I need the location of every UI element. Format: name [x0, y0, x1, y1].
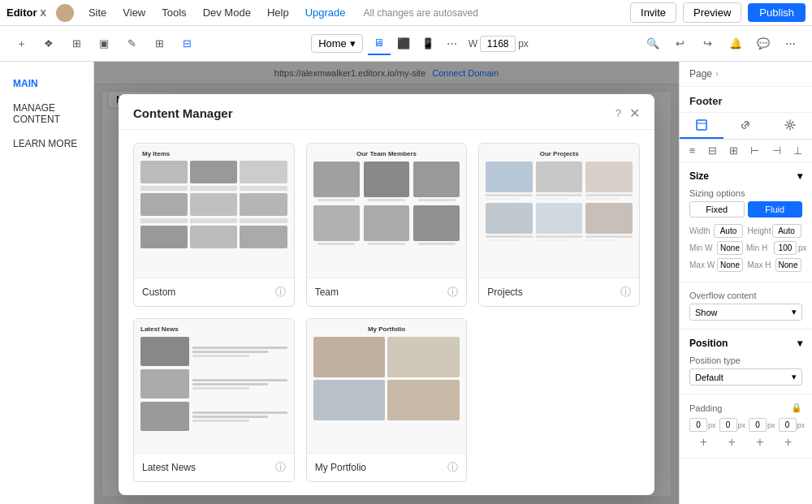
right-panel: Page › Footer	[679, 62, 812, 504]
panel-icon-1[interactable]: ≡	[689, 144, 696, 157]
notifications-icon[interactable]: 🔔	[724, 32, 747, 55]
maxh-input[interactable]	[775, 258, 801, 272]
editor-area: https://alexmwalker1.editorx.io/my-site …	[94, 62, 679, 504]
card-custom-info-icon[interactable]: ⓘ	[275, 285, 286, 299]
modal-close-button[interactable]: ✕	[629, 106, 640, 121]
padding-top-input[interactable]	[689, 418, 707, 432]
tab-link[interactable]	[723, 113, 767, 139]
tablet-btn[interactable]: ⬛	[392, 32, 415, 55]
panel-icon-4[interactable]: ⊢	[750, 144, 759, 157]
modal-grid: My Items	[133, 143, 640, 482]
width-input[interactable]	[480, 36, 516, 52]
publish-button[interactable]: Publish	[748, 3, 806, 22]
height-field: Height	[748, 224, 803, 238]
padding-lock-icon[interactable]: 🔒	[791, 403, 802, 413]
card-projects[interactable]: Our Projects	[478, 143, 640, 307]
card-news[interactable]: Latest News	[133, 318, 295, 482]
more-sizes-btn[interactable]: ⋯	[441, 32, 464, 55]
padding-bottom-input[interactable]	[749, 418, 767, 432]
panel-icons-row: ≡ ⊟ ⊞ ⊢ ⊣ ⊥	[680, 140, 812, 162]
tab-layout[interactable]	[680, 113, 723, 139]
width-field-label: Width	[689, 226, 712, 235]
padding-left-input[interactable]	[779, 418, 797, 432]
components-icon[interactable]: ❖	[37, 32, 60, 55]
card-projects-info-icon[interactable]: ⓘ	[620, 285, 631, 299]
sidebar-item-manage-content[interactable]: MANAGE CONTENT	[0, 96, 93, 131]
padding-add-3[interactable]: +	[756, 435, 763, 450]
height-value-input[interactable]	[772, 224, 801, 238]
panel-icon-2[interactable]: ⊟	[708, 144, 717, 157]
content-manager-modal: Content Manager ? ✕ My Items	[119, 94, 654, 495]
desktop-btn[interactable]: 🖥	[368, 32, 391, 55]
card-portfolio-info-icon[interactable]: ⓘ	[447, 460, 458, 475]
card-portfolio[interactable]: My Portfolio My	[306, 318, 468, 482]
mobile-btn[interactable]: 📱	[417, 32, 439, 55]
padding-add-4[interactable]: +	[784, 435, 792, 450]
card-news-info-icon[interactable]: ⓘ	[275, 460, 286, 475]
panel-icon-6[interactable]: ⊥	[793, 144, 802, 157]
panel-icon-3[interactable]: ⊞	[729, 144, 738, 157]
invite-button[interactable]: Invite	[630, 2, 676, 23]
size-section-header[interactable]: Size ▾	[689, 170, 802, 182]
tool-icons: ＋ ❖ ⊞ ▣ ✎ ⊞ ⊟	[10, 32, 198, 55]
modal-body: My Items	[119, 130, 654, 495]
apps-icon[interactable]: ⊞	[65, 32, 88, 55]
maxw-maxh-row: Max W Max H	[689, 258, 802, 272]
card-news-label: Latest News	[142, 462, 196, 473]
panel-icon-5[interactable]: ⊣	[772, 144, 781, 157]
minw-label: Min W	[689, 243, 715, 252]
modal-help-icon[interactable]: ?	[615, 107, 621, 119]
sidebar-item-main[interactable]: MAIN	[0, 71, 93, 96]
nav-site[interactable]: Site	[80, 0, 114, 26]
width-field: Width	[689, 224, 745, 238]
card-team-info-icon[interactable]: ⓘ	[447, 285, 458, 299]
card-custom-label: Custom	[142, 286, 175, 298]
media-icon[interactable]: ▣	[93, 32, 115, 55]
maxw-input[interactable]	[717, 258, 743, 272]
nav-upgrade[interactable]: Upgrade	[297, 0, 354, 26]
padding-bottom-unit: px	[767, 421, 775, 429]
device-icons: 🖥 ⬛ 📱 ⋯	[368, 32, 464, 55]
search-icon[interactable]: 🔍	[641, 32, 664, 55]
padding-add-2[interactable]: +	[728, 435, 735, 450]
padding-add-1[interactable]: +	[700, 435, 707, 450]
second-toolbar: ＋ ❖ ⊞ ▣ ✎ ⊞ ⊟ Home ▾ 🖥 ⬛ 📱 ⋯ W px 🔍 ↩ ↪ …	[0, 26, 812, 62]
page-selector[interactable]: Home ▾	[311, 34, 363, 53]
card-news-footer: Latest News ⓘ	[134, 453, 294, 481]
nav-view[interactable]: View	[114, 0, 153, 26]
overflow-select[interactable]: Show ▾	[689, 304, 802, 321]
minh-input[interactable]	[774, 241, 797, 255]
undo-icon[interactable]: ↩	[669, 32, 692, 55]
sidebar-item-learn-more[interactable]: LEARN MORE	[0, 131, 93, 156]
position-section-header[interactable]: Position ▾	[689, 338, 802, 349]
fluid-btn[interactable]: Fluid	[748, 201, 803, 218]
fixed-btn[interactable]: Fixed	[689, 201, 745, 218]
panel-section-title: Footer	[680, 87, 812, 113]
card-custom[interactable]: My Items	[133, 143, 295, 307]
avatar[interactable]	[56, 4, 74, 22]
card-portfolio-preview: My Portfolio	[307, 319, 467, 453]
modal-title: Content Manager	[133, 106, 233, 120]
more-icon[interactable]: ⋯	[780, 32, 802, 55]
nav-devmode[interactable]: Dev Mode	[195, 0, 259, 26]
brush-icon[interactable]: ✎	[120, 32, 143, 55]
add-icon[interactable]: ＋	[10, 32, 32, 55]
minw-input[interactable]	[717, 241, 743, 255]
padding-right-input[interactable]	[719, 418, 737, 432]
position-chevron: ▾	[797, 338, 802, 349]
nav-help[interactable]: Help	[259, 0, 297, 26]
grid-icon[interactable]: ⊞	[148, 32, 171, 55]
maxw-label: Max W	[689, 261, 715, 269]
position-type-select[interactable]: Default ▾	[689, 368, 802, 386]
card-portfolio-footer: My Portfolio ⓘ	[307, 453, 467, 481]
svg-rect-0	[697, 120, 706, 130]
redo-icon[interactable]: ↪	[697, 32, 719, 55]
card-team[interactable]: Our Team Members	[306, 143, 468, 307]
tab-settings[interactable]	[768, 113, 812, 139]
nav-tools[interactable]: Tools	[153, 0, 194, 26]
layout-icon[interactable]: ⊟	[175, 32, 198, 55]
chat-icon[interactable]: 💬	[752, 32, 775, 55]
autosave-status: All changes are autosaved	[364, 7, 478, 19]
width-value-input[interactable]	[714, 224, 743, 238]
preview-button[interactable]: Preview	[683, 2, 741, 23]
